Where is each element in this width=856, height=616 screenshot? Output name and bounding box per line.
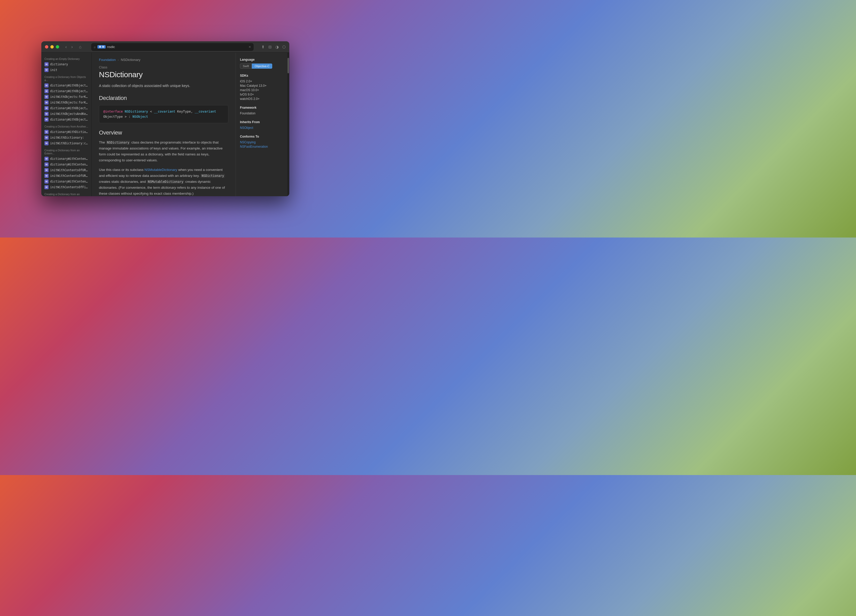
inherits-section: Inherits From NSObject [240,120,283,130]
toolbar-right: ⬆ ⊟ ◑ ⬡ [262,45,286,49]
badge-icon: ⌘ [99,45,101,48]
sidebar-item-dictionary[interactable]: M dictionary [41,61,91,67]
back-button[interactable]: ‹ [64,44,68,50]
code-objecttype: ObjectType [103,115,123,118]
method-badge: M [45,89,49,93]
breadcrumb: Foundation › NSDictionary [99,58,228,62]
method-badge: M [45,180,49,184]
nsmutabledictionary-link[interactable]: NSMutableDictionary [145,168,177,172]
sidebar-item-label: dictionaryWithContentsOfF... [50,180,88,183]
sidebar-item-label: initWithObjects:forKeys: [50,95,88,98]
code-keytype: KeyType, [177,109,193,113]
sidebar-item-iwcoul[interactable]: M initWithContentsOfURL: [41,173,91,179]
sidebar-item-iwcoulerr[interactable]: M initWithContentsOfURL:err... [41,167,91,173]
traffic-lights [45,45,59,49]
code-class: NSDictionary [125,109,148,113]
share-icon[interactable]: ⬆ [262,45,265,49]
titlebar: ‹ › ⌂ ⌕ ⌘ M nsdic ✕ ⬆ ⊟ ◑ ⬡ [41,41,289,53]
method-badge: M [45,157,49,161]
sidebar-item-dwof2[interactable]: M dictionaryWithObjects:for... [41,88,91,94]
sdk-catalyst: Mac Catalyst 13.0+ [240,84,283,88]
sdk-macos: macOS 10.0+ [240,88,283,92]
code-colon: : [129,115,132,118]
language-section: Language Swift Objective-C [240,58,283,69]
language-buttons: Swift Objective-C [240,63,283,69]
bookmark-icon[interactable]: ⊟ [268,45,272,49]
home-button[interactable]: ⌂ [77,44,84,50]
method-badge: M [45,68,49,72]
theme-icon[interactable]: ◑ [276,45,279,49]
framework-label: Framework [240,106,283,109]
declaration-title: Declaration [99,95,228,101]
method-badge: M [45,62,49,66]
sidebar-section-header-2: Creating a Dictionary from Another... [41,122,91,129]
nscopying-link[interactable]: NSCopying [240,140,283,144]
sidebar-item-iwoak[interactable]: M initWithObjectsAndKeys: [41,111,91,117]
sidebar-item-init[interactable]: M init [41,67,91,73]
overview-p1-start: The [99,140,106,144]
minimize-button[interactable] [50,45,54,49]
code-gt: > [125,115,127,118]
method-badge: M [45,130,49,134]
sidebar-item-iwcof[interactable]: M initWithContentsOfFile: [41,184,91,190]
framework-value: Foundation [240,112,283,115]
sidebar-item-iwofk[interactable]: M initWithObjects:forKeys: [41,94,91,100]
language-label: Language [240,58,283,61]
sidebar-item-dwcof[interactable]: M dictionaryWithContentsOfF... [41,179,91,184]
badge-label: M [102,45,104,48]
breadcrumb-foundation-link[interactable]: Foundation [99,58,116,62]
sidebar-item-dwcou2[interactable]: M dictionaryWithContentsOfU... [41,161,91,167]
class-label: Class [99,65,228,69]
inherits-label: Inherits From [240,120,283,124]
overview-paragraph-2: Use this class or its subclass NSMutable… [99,167,228,196]
sidebar-item-iwofkc[interactable]: M initWithObjects:forKeys:c... [41,100,91,105]
framework-section: Framework Foundation [240,106,283,115]
sidebar-section-header-4: Creating a Dictionary from an NSCo... [41,190,91,196]
sidebar: Creating an Empty Dictionary M dictionar… [41,53,92,196]
method-badge: M [45,83,49,88]
method-badge: M [45,100,49,104]
sidebar-item-dwofork[interactable]: M dictionaryWithObject:forK... [41,117,91,122]
sidebar-item-dwcou1[interactable]: M dictionaryWithContentsOfU... [41,156,91,161]
sidebar-item-label: dictionaryWithObjectsAndK... [50,106,88,110]
search-text: nsdic [107,45,247,49]
sidebar-item-label: dictionaryWithDictionary: [50,130,88,134]
swift-button[interactable]: Swift [240,63,252,69]
sidebar-item-label: initWithContentsOfURL:err... [50,168,88,172]
sidebar-item-label: initWithContentsOfURL: [50,174,88,178]
sdk-tvos: tvOS 9.0+ [240,93,283,96]
nav-buttons: ‹ › [64,44,74,50]
sidebar-item-label: dictionary [50,63,68,66]
code-covariant1: __covariant [154,109,176,113]
objc-button[interactable]: Objective-C [252,63,272,69]
sidebar-item-dwd[interactable]: M dictionaryWithDictionary: [41,129,91,135]
right-sidebar: Language Swift Objective-C SDKs iOS 2.0+… [236,53,287,196]
sidebar-item-label: initWithContentsOfFile: [50,185,88,189]
content-area: Creating an Empty Dictionary M dictionar… [41,53,289,196]
sidebar-item-label: initWithObjectsAndKeys: [50,112,88,116]
overview-p2-start: Use this class or its subclass [99,168,145,172]
close-button[interactable] [45,45,48,49]
code-keyword: @interface [103,109,123,113]
breadcrumb-arrow: › [118,58,119,61]
search-clear-button[interactable]: ✕ [248,45,251,49]
nsobject-link[interactable]: NSObject [240,126,283,130]
code-nsobject: NSObject [132,115,148,118]
sidebar-item-dwoak[interactable]: M dictionaryWithObjectsAndK... [41,105,91,111]
sidebar-item-iwdcopy[interactable]: M initWithDictionary:copyIt... [41,140,91,146]
doc-area: Foundation › NSDictionary Class NSDictio… [92,53,236,196]
forward-button[interactable]: › [70,44,74,50]
maximize-button[interactable] [56,45,59,49]
scrollbar-thumb[interactable] [288,58,289,73]
search-bar[interactable]: ⌕ ⌘ M nsdic ✕ [91,43,254,51]
method-badge: M [45,112,49,116]
sdks-section: SDKs iOS 2.0+ Mac Catalyst 13.0+ macOS 1… [240,74,283,101]
method-badge: M [45,162,49,166]
method-badge: M [45,141,49,145]
external-link-icon[interactable]: ⬡ [282,45,286,49]
method-badge: M [45,135,49,140]
nsfastenumeration-link[interactable]: NSFastEnumeration [240,145,283,149]
sidebar-item-dwof1[interactable]: M dictionaryWithObjects:for... [41,83,91,88]
sidebar-item-iwd[interactable]: M initWithDictionary: [41,135,91,140]
overview-p2-code2: NSDictionary [200,174,225,178]
